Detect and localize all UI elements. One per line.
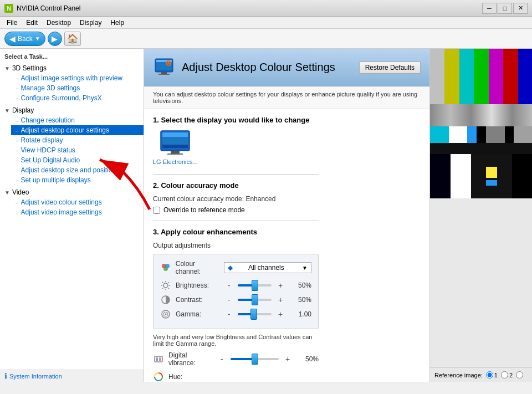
blue-small [486, 180, 497, 186]
reference-radio-1-label[interactable]: 1 [486, 371, 498, 378]
back-button[interactable]: ◀ Back ▼ [4, 32, 45, 46]
close-button[interactable]: ✕ [513, 3, 528, 14]
digital-vibrance-minus[interactable]: - [217, 355, 226, 364]
minimize-button[interactable]: ─ [482, 3, 497, 14]
gamma-minus[interactable]: - [224, 310, 233, 319]
svg-rect-15 [167, 153, 183, 155]
digital-vibrance-plus[interactable]: + [283, 355, 292, 364]
sidebar-item-setup-digital-audio[interactable]: Set Up Digital Audio [11, 155, 144, 165]
svg-rect-34 [159, 357, 161, 361]
display-label: Display [12, 106, 34, 114]
section3-title: 3. Apply colour enhancements [153, 228, 319, 236]
channel-dropdown-arrow: ▼ [302, 265, 308, 271]
menu-file[interactable]: File [2, 18, 22, 28]
menu-display[interactable]: Display [75, 18, 106, 28]
bottom-dark [471, 154, 512, 198]
reference-radio-3[interactable] [516, 371, 523, 378]
sidebar-item-display[interactable]: ▼ Display [0, 105, 144, 115]
system-info-link[interactable]: ℹ System Information [4, 372, 62, 380]
restore-defaults-button[interactable]: Restore Defaults [359, 62, 421, 74]
home-icon: 🏠 [67, 33, 78, 44]
brightness-minus[interactable]: - [224, 281, 233, 290]
setup-multiple-label: Set up multiple displays [21, 176, 91, 184]
expand-video-icon: ▼ [4, 190, 10, 196]
brightness-plus[interactable]: + [276, 281, 285, 290]
menu-help[interactable]: Help [106, 18, 129, 28]
sidebar-item-video[interactable]: ▼ Video [0, 187, 144, 197]
bottom-blocks [430, 154, 532, 198]
override-checkbox[interactable] [153, 207, 160, 214]
sidebar-item-view-hdcp[interactable]: View HDCP status [11, 145, 144, 155]
sidebar-item-adjust-image[interactable]: Adjust image settings with preview [11, 73, 144, 83]
monitor-item[interactable]: LG Electronics... [153, 130, 198, 165]
colour-channel-icon [160, 262, 171, 273]
gamma-value: 1.00 [289, 310, 311, 318]
sidebar-item-configure-surround[interactable]: Configure Surround, PhysX [11, 93, 144, 103]
hue-icon [153, 371, 164, 382]
sidebar-item-3d-settings[interactable]: ▼ 3D Settings [0, 63, 144, 73]
main-layout: Select a Task... ▼ 3D Settings Adjust im… [0, 49, 532, 382]
display-selector: LG Electronics... [153, 130, 319, 165]
reference-radio-2-label[interactable]: 2 [501, 371, 513, 378]
apply-section: 3. Apply colour enhancements Output adju… [153, 228, 319, 382]
svg-point-19 [163, 283, 168, 288]
svg-rect-13 [162, 145, 188, 148]
contrast-slider[interactable] [238, 294, 272, 305]
section2-title: 2. Colour accuracy mode [153, 181, 319, 190]
color-bar-yellow [444, 49, 459, 104]
gray-block2 [486, 126, 505, 143]
sidebar-item-adjust-video-image[interactable]: Adjust video image settings [11, 207, 144, 217]
digital-vibrance-slider[interactable] [231, 354, 279, 365]
color-bar-green [474, 49, 488, 104]
content-header: Adjust Desktop Colour Settings Restore D… [144, 49, 429, 86]
contrast-minus[interactable]: - [224, 295, 233, 304]
menu-desktop[interactable]: Desktop [42, 18, 75, 28]
color-bar-magenta [489, 49, 503, 104]
adjust-colour-label: Adjust desktop colour settings [21, 126, 109, 134]
sidebar-item-manage-3d[interactable]: Manage 3D settings [11, 83, 144, 93]
sidebar-item-setup-multiple[interactable]: Set up multiple displays [11, 175, 144, 185]
reference-image-label: Reference image: [434, 372, 483, 378]
change-resolution-label: Change resolution [21, 116, 75, 124]
svg-rect-5 [161, 72, 167, 74]
reference-radio-1[interactable] [486, 371, 493, 378]
menu-edit[interactable]: Edit [22, 18, 42, 28]
svg-rect-12 [162, 132, 188, 137]
tree-section-display: ▼ Display Change resolution Adjust deskt… [0, 104, 144, 186]
brightness-slider[interactable] [238, 280, 272, 291]
monitor-label: LG Electronics... [153, 158, 198, 165]
yellow-small [486, 167, 497, 178]
sidebar-item-change-resolution[interactable]: Change resolution [11, 115, 144, 125]
colour-mode-section: 2. Colour accuracy mode Current colour a… [153, 181, 319, 214]
right-panel-spacer [430, 198, 532, 367]
sidebar-item-rotate-display[interactable]: Rotate display [11, 135, 144, 145]
sidebar-item-adjust-video-colour[interactable]: Adjust video colour settings [11, 197, 144, 207]
back-arrow-icon: ◀ [9, 34, 16, 43]
rotate-display-label: Rotate display [21, 136, 63, 144]
view-hdcp-label: View HDCP status [21, 146, 75, 154]
forward-button[interactable]: ▶ [48, 32, 62, 46]
gamma-plus[interactable]: + [276, 310, 285, 319]
maximize-button[interactable]: □ [498, 3, 512, 14]
gamma-slider[interactable] [238, 309, 272, 320]
hue-label: Hue: [168, 373, 213, 381]
colour-channel-row: Colour channel: ◆ All channels ▼ [160, 260, 311, 275]
adjust-video-colour-label: Adjust video colour settings [21, 198, 102, 206]
svg-rect-33 [156, 357, 158, 361]
contrast-icon [160, 294, 171, 305]
reference-radio-2[interactable] [501, 371, 508, 378]
gray-gradient [430, 104, 532, 126]
digital-vibrance-row: Digital vibrance: - + 50% [153, 351, 319, 367]
home-button[interactable]: 🏠 [64, 32, 81, 46]
svg-rect-14 [171, 151, 180, 153]
monitor-icon [160, 130, 191, 156]
back-dropdown-icon: ▼ [35, 35, 40, 42]
sidebar-item-adjust-desktop-size[interactable]: Adjust desktop size and position [11, 165, 144, 175]
contrast-plus[interactable]: + [276, 295, 285, 304]
color-bar-red [503, 49, 518, 104]
titlebar: N NVIDIA Control Panel ─ □ ✕ [0, 0, 532, 17]
black-bar [430, 143, 532, 154]
sidebar-item-adjust-colour[interactable]: Adjust desktop colour settings [11, 125, 144, 135]
colour-channel-dropdown[interactable]: ◆ All channels ▼ [224, 262, 311, 273]
channel-icon: ◆ [228, 264, 233, 272]
